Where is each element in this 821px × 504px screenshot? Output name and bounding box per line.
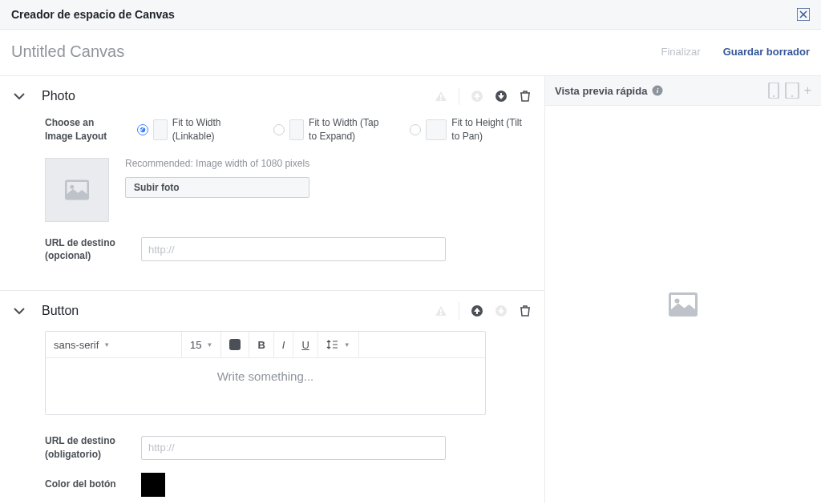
- radio-icon: [273, 124, 285, 135]
- info-icon[interactable]: [652, 85, 663, 96]
- title-bar: Untitled Canvas Finalizar Guardar borrad…: [0, 30, 821, 76]
- chevron-down-icon: [13, 90, 26, 103]
- divider: [459, 87, 459, 105]
- save-draft-button[interactable]: Guardar borrador: [723, 46, 810, 58]
- editor-column: Photo: [0, 76, 545, 503]
- radio-icon: [410, 124, 421, 135]
- rich-text-editor: sans-serif ▼ 15 ▼ B I U ▼: [45, 331, 486, 415]
- radio-icon: [137, 124, 148, 135]
- section-title: Photo: [42, 89, 75, 103]
- layout-thumb-icon: [426, 119, 447, 140]
- italic-button[interactable]: I: [274, 332, 294, 357]
- modal-title: Creador de espacio de Canvas: [11, 8, 175, 21]
- image-thumbnail-placeholder[interactable]: [45, 158, 109, 222]
- color-label: Color del botón: [45, 478, 125, 491]
- move-down-button[interactable]: [495, 90, 508, 103]
- canvas-title-input[interactable]: Untitled Canvas: [11, 42, 124, 61]
- move-up-button[interactable]: [471, 304, 483, 317]
- add-device-button[interactable]: +: [804, 83, 811, 98]
- arrow-down-icon: [495, 90, 508, 103]
- preview-body: [545, 106, 821, 503]
- divider: [459, 302, 459, 320]
- preview-pane: Vista previa rápida +: [545, 76, 821, 503]
- rte-spacer: [359, 332, 485, 357]
- delete-button[interactable]: [519, 90, 532, 103]
- underline-button[interactable]: U: [293, 332, 317, 357]
- dropdown-icon: ▼: [206, 341, 212, 349]
- color-swatch-icon: [229, 339, 241, 350]
- url-label: URL de destino (obligatorio): [45, 434, 125, 462]
- warning-icon: [435, 90, 447, 103]
- font-family-select[interactable]: sans-serif ▼: [46, 332, 182, 357]
- dropdown-icon: ▼: [344, 341, 350, 349]
- layout-label: Choose an Image Layout: [45, 116, 113, 143]
- device-tablet-button[interactable]: [785, 83, 799, 99]
- warning-button: [435, 304, 447, 317]
- arrow-down-icon: [495, 304, 508, 317]
- phone-icon: [767, 83, 780, 99]
- button-url-input[interactable]: [141, 436, 446, 460]
- photo-url-input[interactable]: [141, 237, 446, 261]
- modal-header: Creador de espacio de Canvas: [0, 0, 821, 30]
- finalize-button: Finalizar: [661, 46, 701, 58]
- rte-body[interactable]: Write something...: [46, 358, 485, 414]
- section-button: Button: [0, 291, 544, 503]
- close-icon: [797, 8, 810, 21]
- close-button[interactable]: [797, 8, 810, 21]
- layout-option-fit-width-expand[interactable]: Fit to Width (Tap to Expand): [273, 116, 389, 143]
- warning-icon: [435, 304, 447, 317]
- tablet-icon: [785, 83, 799, 99]
- chevron-down-icon: [13, 304, 26, 317]
- move-up-button: [471, 90, 483, 103]
- trash-icon: [519, 304, 532, 317]
- collapse-toggle-photo[interactable]: [13, 90, 26, 103]
- move-down-button: [495, 304, 508, 317]
- line-height-button[interactable]: ▼: [318, 332, 359, 357]
- upload-photo-button[interactable]: Subir foto: [125, 177, 309, 198]
- line-height-icon: [326, 338, 339, 351]
- section-photo: Photo: [0, 76, 544, 291]
- image-placeholder-icon: [669, 292, 698, 317]
- image-icon: [65, 179, 89, 200]
- trash-icon: [519, 90, 532, 103]
- rte-toolbar: sans-serif ▼ 15 ▼ B I U ▼: [46, 332, 485, 358]
- font-size-select[interactable]: 15 ▼: [182, 332, 221, 357]
- warning-button: [435, 90, 447, 103]
- dropdown-icon: ▼: [103, 341, 110, 349]
- text-color-button[interactable]: [221, 332, 249, 357]
- arrow-up-icon: [471, 90, 483, 103]
- url-label: URL de destino (opcional): [45, 236, 125, 264]
- section-title: Button: [42, 304, 79, 318]
- device-phone-button[interactable]: [767, 83, 780, 99]
- bold-button[interactable]: B: [249, 332, 273, 357]
- collapse-toggle-button[interactable]: [13, 304, 26, 317]
- upload-hint: Recommended: Image width of 1080 pixels: [125, 158, 309, 169]
- preview-label: Vista previa rápida: [555, 85, 647, 97]
- button-color-swatch[interactable]: [141, 473, 165, 497]
- layout-thumb-icon: [289, 119, 304, 140]
- layout-option-fit-height-tilt[interactable]: Fit to Height (Tilt to Pan): [410, 116, 532, 143]
- layout-thumb-icon: [153, 119, 168, 140]
- arrow-up-icon: [471, 304, 483, 317]
- delete-button[interactable]: [519, 304, 532, 317]
- layout-option-fit-width-linkable[interactable]: Fit to Width (Linkable): [137, 116, 253, 143]
